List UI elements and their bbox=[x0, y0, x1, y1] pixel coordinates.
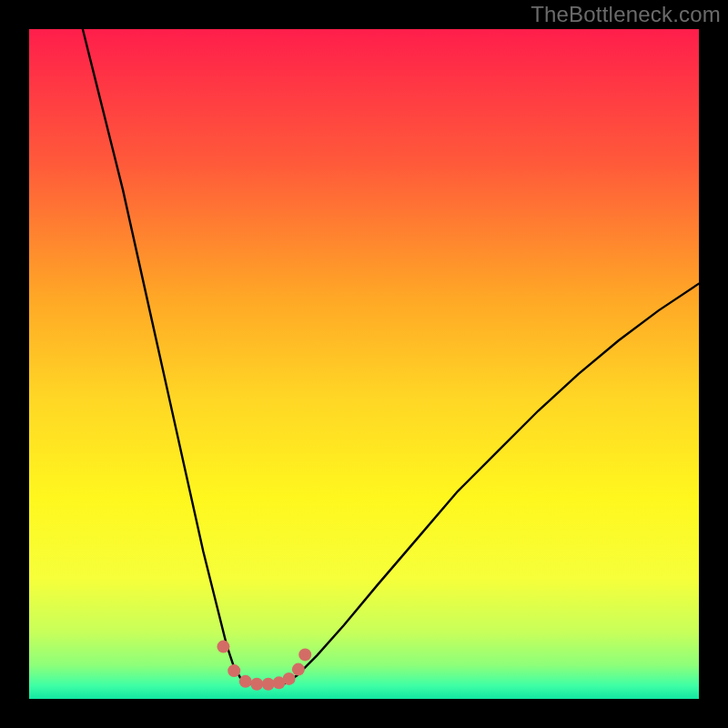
trough-point bbox=[239, 675, 252, 688]
trough-point bbox=[283, 672, 296, 685]
chart-svg bbox=[29, 29, 699, 699]
outer-frame: TheBottleneck.com bbox=[0, 0, 728, 728]
gradient-background bbox=[29, 29, 699, 699]
trough-point bbox=[262, 678, 275, 691]
trough-point bbox=[298, 648, 311, 661]
trough-point bbox=[292, 663, 305, 676]
plot-area bbox=[29, 29, 699, 699]
watermark-text: TheBottleneck.com bbox=[531, 2, 721, 27]
trough-point bbox=[228, 664, 240, 677]
trough-point bbox=[217, 641, 229, 653]
trough-point bbox=[250, 678, 263, 691]
